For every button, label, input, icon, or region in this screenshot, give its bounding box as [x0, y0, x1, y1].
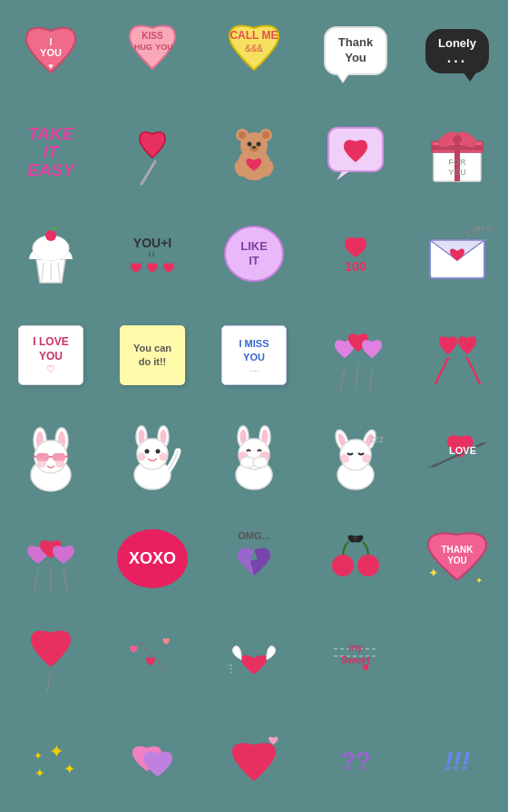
svg-text:YOU: YOU [40, 47, 62, 58]
svg-point-97 [357, 555, 379, 576]
svg-text:IT: IT [249, 254, 259, 267]
cell-thankyou2[interactable]: THANK YOU ✦ ✦ [406, 508, 508, 609]
cell-hearts-scatter[interactable] [102, 609, 203, 710]
cell-cupcake[interactable] [0, 203, 102, 304]
cell-heart100[interactable]: 100 [305, 203, 406, 304]
question-marks-text: ?? [340, 747, 371, 776]
take-it-easy-text: TAKEITEASY [27, 125, 74, 179]
cell-mail[interactable]: MAIL [406, 203, 508, 304]
cell-heart-sticks[interactable] [406, 304, 508, 406]
svg-point-13 [239, 131, 246, 139]
svg-text:KISS: KISS [142, 31, 163, 41]
cell-cherries[interactable] [305, 508, 406, 609]
thankyou-text: ThankYou [338, 35, 373, 64]
cell-imissyou[interactable]: I MISSYOU .... [203, 304, 305, 406]
svg-text:I: I [49, 36, 52, 47]
svg-point-15 [248, 141, 252, 146]
svg-text:Sweet: Sweet [341, 654, 370, 665]
youcandoit-text: You cando it!! [133, 342, 171, 370]
cell-heart-balloons1[interactable] [305, 304, 406, 406]
svg-point-16 [257, 141, 261, 146]
cell-love-arrow-heart[interactable]: LOVE [406, 406, 508, 508]
svg-point-70 [160, 453, 168, 461]
svg-point-14 [262, 131, 269, 139]
cell-empty7e [406, 609, 508, 710]
cell-my-sweet[interactable]: my Sweet [305, 609, 406, 710]
cell-kiss[interactable]: KISS HUG YOU [102, 0, 203, 102]
cell-question-marks[interactable]: ?? [305, 710, 406, 812]
cell-bear[interactable] [203, 102, 305, 203]
svg-point-89 [362, 454, 371, 463]
svg-text:✦: ✦ [63, 761, 74, 777]
svg-line-41 [468, 233, 479, 237]
sticker-grid: I YOU ♥ KISS HUG YOU CALL ME &&& ThankYo… [0, 0, 508, 812]
cell-red-heart-balloon[interactable] [0, 609, 102, 710]
svg-point-68 [156, 450, 161, 454]
svg-point-35 [45, 230, 56, 241]
exclamations-text: !!! [444, 747, 470, 776]
cell-iloveyou[interactable]: I LOVEYOU ♡ [0, 304, 102, 406]
svg-point-67 [145, 450, 150, 454]
cell-heart-message[interactable] [305, 102, 406, 203]
svg-line-43 [340, 369, 345, 390]
cell-exclamations[interactable]: !!! [406, 710, 508, 812]
lonely-text: Lonely... [438, 36, 476, 65]
svg-text:OMG...: OMG... [238, 530, 269, 541]
svg-point-95 [353, 536, 358, 541]
svg-point-60 [55, 459, 64, 468]
cell-youcandoit[interactable]: You cando it!! [102, 304, 203, 406]
cell-omg-broken[interactable]: OMG... [203, 508, 305, 609]
svg-text:THANK: THANK [442, 545, 474, 555]
svg-text:LIKE: LIKE [240, 239, 268, 253]
imissyou-text: I MISSYOU [239, 337, 269, 363]
svg-text:♥: ♥ [48, 62, 53, 71]
svg-line-44 [356, 362, 358, 390]
xoxo-text: XOXO [129, 549, 176, 568]
svg-line-58 [65, 456, 69, 457]
svg-point-59 [37, 459, 46, 468]
svg-line-45 [370, 369, 372, 390]
cell-toyou[interactable]: I YOU ♥ [0, 0, 102, 102]
cell-bunny-shy[interactable] [203, 406, 305, 508]
svg-text:YOU: YOU [155, 43, 173, 52]
svg-text:CALL ME: CALL ME [230, 29, 278, 42]
cell-balloons[interactable] [0, 508, 102, 609]
svg-line-57 [33, 456, 36, 457]
svg-text:✦: ✦ [48, 741, 64, 761]
cell-two-hearts[interactable] [102, 710, 203, 812]
svg-text:✦: ✦ [475, 575, 483, 585]
svg-point-80 [253, 457, 268, 468]
cell-bunny-sleep[interactable]: zzz [305, 406, 406, 508]
svg-text:✦: ✦ [428, 566, 439, 580]
cell-red-heart-big[interactable] [203, 710, 305, 812]
cell-bunny-wave[interactable] [102, 406, 203, 508]
cell-gift[interactable]: FOR YOU [406, 102, 508, 203]
cell-thankyou[interactable]: ThankYou [305, 0, 406, 102]
cell-xoxo[interactable]: XOXO [102, 508, 203, 609]
svg-text:LOVE: LOVE [449, 445, 476, 456]
svg-text:✦: ✦ [34, 766, 45, 780]
svg-text:YOU: YOU [447, 556, 467, 566]
cell-sparkles[interactable]: ✦ ✦ ✦ ✦ [0, 710, 102, 812]
cell-lonely[interactable]: Lonely... [406, 0, 508, 102]
cell-likeit[interactable]: LIKE IT [203, 203, 305, 304]
svg-line-47 [467, 358, 480, 383]
svg-point-88 [340, 454, 349, 463]
cell-youplusi[interactable]: YOU+I II [102, 203, 203, 304]
svg-line-46 [435, 358, 448, 383]
cell-lollipop[interactable] [102, 102, 203, 203]
svg-text:my: my [348, 642, 364, 652]
svg-point-28 [453, 135, 462, 144]
svg-point-18 [252, 146, 256, 149]
svg-text:FOR: FOR [449, 158, 466, 167]
svg-text:HUG: HUG [134, 43, 152, 52]
cell-bunny-glasses[interactable] [0, 406, 102, 508]
svg-text:zzz: zzz [370, 434, 384, 444]
svg-point-96 [332, 555, 354, 576]
youplusi-sub: II [149, 250, 156, 258]
cell-callme[interactable]: CALL ME &&& [203, 0, 305, 102]
cell-takeitEasy[interactable]: TAKEITEASY [0, 102, 102, 203]
svg-text:MAIL: MAIL [474, 224, 493, 233]
cell-flying-heart[interactable] [203, 609, 305, 710]
svg-text:✦: ✦ [34, 749, 43, 762]
